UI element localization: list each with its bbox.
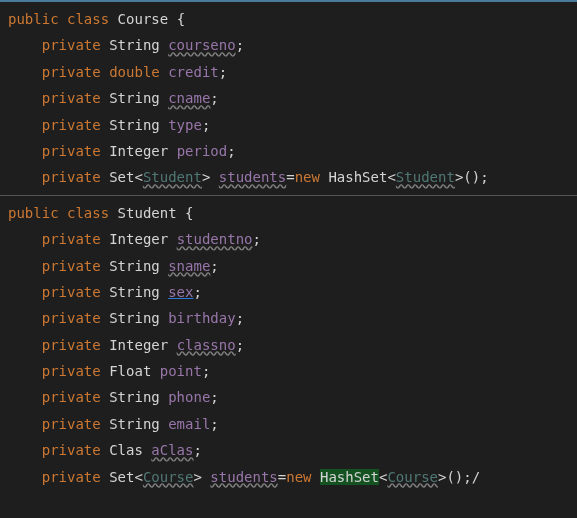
semicolon: ; <box>210 90 218 106</box>
keyword-private: private <box>42 310 101 326</box>
type-name: String <box>109 37 160 53</box>
equals: = <box>278 469 286 485</box>
semicolon: ; <box>202 117 210 133</box>
field-line[interactable]: private String type; <box>0 112 577 138</box>
field-name: type <box>168 117 202 133</box>
semicolon: ; <box>193 442 201 458</box>
type-name: Integer <box>109 337 168 353</box>
angle-close: > <box>202 169 210 185</box>
field-name: students <box>219 169 286 185</box>
tail: (); <box>463 169 488 185</box>
class-name: Student <box>118 205 177 221</box>
code-panel-course[interactable]: public class Course { private String cou… <box>0 0 577 195</box>
semicolon: ; <box>227 143 235 159</box>
keyword-private: private <box>42 442 101 458</box>
keyword-class: class <box>67 205 109 221</box>
semicolon: ; <box>210 416 218 432</box>
impl-type-highlighted: HashSet <box>320 469 379 485</box>
field-line[interactable]: private Integer studentno; <box>0 226 577 252</box>
semicolon: ; <box>236 37 244 53</box>
keyword-private: private <box>42 64 101 80</box>
keyword-private: private <box>42 337 101 353</box>
type-name: Integer <box>109 143 168 159</box>
type-name: String <box>109 310 160 326</box>
field-name: sex <box>168 284 193 300</box>
field-name: courseno <box>168 37 235 53</box>
field-line[interactable]: private String phone; <box>0 384 577 410</box>
keyword-private: private <box>42 389 101 405</box>
field-line[interactable]: private String sname; <box>0 253 577 279</box>
field-name: point <box>160 363 202 379</box>
angle-open: < <box>134 169 142 185</box>
field-line[interactable]: private Set<Student> students=new HashSe… <box>0 164 577 190</box>
open-brace: { <box>185 205 193 221</box>
field-line[interactable]: private Set<Course> students=new HashSet… <box>0 464 577 490</box>
code-panel-student[interactable]: public class Student { private Integer s… <box>0 195 577 494</box>
type-name: double <box>109 64 160 80</box>
generic-type: Course <box>143 469 194 485</box>
keyword-private: private <box>42 284 101 300</box>
field-line[interactable]: private Integer period; <box>0 138 577 164</box>
field-name: cname <box>168 90 210 106</box>
type-name: Set <box>109 469 134 485</box>
field-line[interactable]: private Integer classno; <box>0 332 577 358</box>
field-name: credit <box>168 64 219 80</box>
angle-open: < <box>134 469 142 485</box>
keyword-public: public <box>8 11 59 27</box>
field-name: email <box>168 416 210 432</box>
field-name: aClas <box>151 442 193 458</box>
keyword-private: private <box>42 363 101 379</box>
semicolon: ; <box>236 337 244 353</box>
field-name: classno <box>177 337 236 353</box>
class-declaration[interactable]: public class Course { <box>0 6 577 32</box>
semicolon: ; <box>193 284 201 300</box>
type-name: String <box>109 117 160 133</box>
equals: = <box>286 169 294 185</box>
keyword-private: private <box>42 416 101 432</box>
code-editor[interactable]: public class Course { private String cou… <box>0 0 577 494</box>
field-line[interactable]: private String cname; <box>0 85 577 111</box>
class-declaration[interactable]: public class Student { <box>0 200 577 226</box>
type-name: Clas <box>109 442 143 458</box>
field-line[interactable]: private String birthday; <box>0 305 577 331</box>
type-name: Integer <box>109 231 168 247</box>
field-name: studentno <box>177 231 253 247</box>
field-name: birthday <box>168 310 235 326</box>
keyword-private: private <box>42 231 101 247</box>
keyword-public: public <box>8 205 59 221</box>
field-line[interactable]: private String courseno; <box>0 32 577 58</box>
keyword-private: private <box>42 37 101 53</box>
keyword-private: private <box>42 469 101 485</box>
field-name: period <box>177 143 228 159</box>
semicolon: ; <box>252 231 260 247</box>
type-name: Set <box>109 169 134 185</box>
field-line[interactable]: private double credit; <box>0 59 577 85</box>
angle-close: > <box>193 469 201 485</box>
semicolon: ; <box>219 64 227 80</box>
keyword-private: private <box>42 169 101 185</box>
impl-type: HashSet <box>328 169 387 185</box>
field-name: phone <box>168 389 210 405</box>
field-name: students <box>210 469 277 485</box>
semicolon: ; <box>210 258 218 274</box>
keyword-private: private <box>42 258 101 274</box>
generic-type: Student <box>396 169 455 185</box>
keyword-private: private <box>42 117 101 133</box>
type-name: String <box>109 416 160 432</box>
keyword-new: new <box>295 169 320 185</box>
keyword-new: new <box>286 469 311 485</box>
keyword-class: class <box>67 11 109 27</box>
class-name: Course <box>118 11 169 27</box>
semicolon: ; <box>210 389 218 405</box>
field-line[interactable]: private String sex; <box>0 279 577 305</box>
field-name: sname <box>168 258 210 274</box>
open-brace: { <box>177 11 185 27</box>
generic-type: Student <box>143 169 202 185</box>
type-name: String <box>109 258 160 274</box>
field-line[interactable]: private Float point; <box>0 358 577 384</box>
field-line[interactable]: private String email; <box>0 411 577 437</box>
field-line[interactable]: private Clas aClas; <box>0 437 577 463</box>
semicolon: ; <box>202 363 210 379</box>
tail: ();/ <box>446 469 480 485</box>
semicolon: ; <box>236 310 244 326</box>
